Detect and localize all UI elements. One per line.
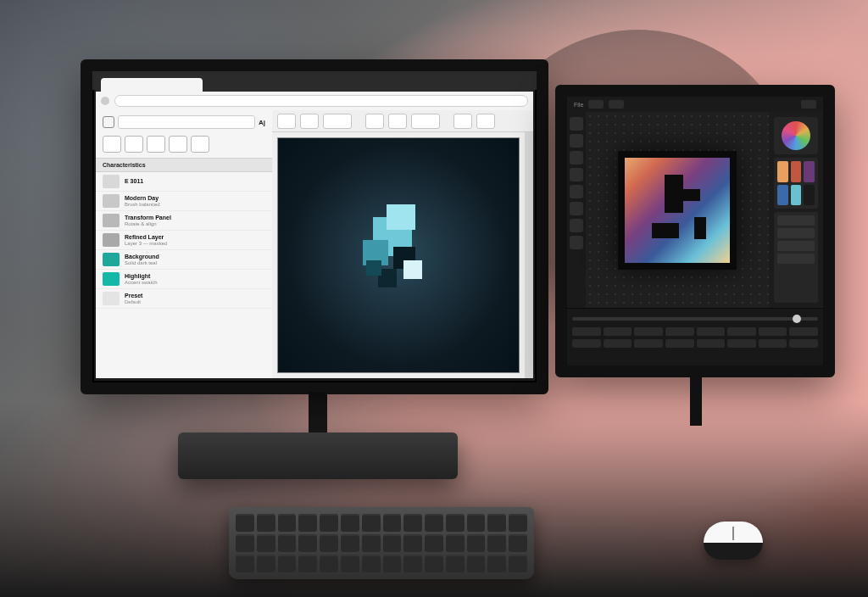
browser-window: Aj Characteristics E 3011 xyxy=(96,75,533,378)
list-item-sub: Solid dark teal xyxy=(125,260,159,266)
list-item-title: Transform Panel xyxy=(125,215,171,221)
canvas[interactable] xyxy=(277,137,520,373)
swatches-panel xyxy=(774,158,818,209)
swatch-icon xyxy=(103,175,120,188)
tool-button[interactable] xyxy=(125,136,143,153)
move-tool-icon[interactable] xyxy=(570,117,583,131)
timeline-cell[interactable] xyxy=(789,339,818,348)
color-wheel-icon xyxy=(782,121,810,150)
swatch-icon xyxy=(103,253,120,266)
timeline-cell[interactable] xyxy=(727,339,756,348)
playhead-slider[interactable] xyxy=(572,317,818,321)
eraser-tool-icon[interactable] xyxy=(570,168,583,181)
monitor-left: Aj Characteristics E 3011 xyxy=(81,59,548,394)
shape-tool-icon[interactable] xyxy=(570,219,583,232)
text-tool-icon[interactable] xyxy=(570,202,583,215)
list-item[interactable]: Refined LayerLayer 3 — masked xyxy=(96,231,272,250)
list-item-sub: Accent swatch xyxy=(125,280,158,286)
window-control-icon[interactable] xyxy=(801,100,816,109)
toolbar-button[interactable] xyxy=(411,114,440,129)
swatch[interactable] xyxy=(804,185,815,206)
brush-tool-icon[interactable] xyxy=(570,151,583,165)
layer-row[interactable] xyxy=(777,254,815,264)
search-icon[interactable] xyxy=(103,116,114,128)
canvas-artwork xyxy=(348,204,449,306)
list-item[interactable]: E 3011 xyxy=(96,172,272,192)
scrollbar[interactable] xyxy=(525,132,533,378)
list-item-sub: Rotate & align xyxy=(125,221,171,227)
toolbar-button[interactable] xyxy=(476,114,495,129)
layers-panel xyxy=(774,212,818,303)
tab-strip xyxy=(96,75,533,92)
list-item-title: Preset xyxy=(125,293,142,299)
monitor-stand xyxy=(670,375,721,426)
timeline-cell[interactable] xyxy=(604,327,632,336)
monitor-right: File xyxy=(555,85,835,377)
url-field[interactable] xyxy=(114,95,528,107)
swatch-icon xyxy=(103,292,120,305)
slider-knob-icon xyxy=(793,315,801,323)
editor-canvas[interactable] xyxy=(586,112,769,308)
timeline-cell[interactable] xyxy=(665,327,694,336)
timeline-row xyxy=(572,339,818,348)
editor-app: File xyxy=(567,97,823,365)
sidebar: Aj Characteristics E 3011 xyxy=(96,110,272,378)
timeline-cell[interactable] xyxy=(572,339,601,348)
menu-item[interactable]: File xyxy=(574,102,583,108)
list-item-sub: Layer 3 — masked xyxy=(125,241,167,247)
fill-tool-icon[interactable] xyxy=(570,185,583,198)
list-item[interactable]: BackgroundSolid dark teal xyxy=(96,250,272,270)
toolbar-button[interactable] xyxy=(277,114,296,129)
swatch[interactable] xyxy=(777,161,788,182)
list-item-title: Modern Day xyxy=(125,195,160,202)
panels-column xyxy=(769,112,823,308)
toolbar-button[interactable] xyxy=(388,114,407,129)
timeline-row xyxy=(572,327,818,336)
list-item[interactable]: HighlightAccent swatch xyxy=(96,270,272,289)
toolbar-button[interactable] xyxy=(365,114,384,129)
swatch[interactable] xyxy=(777,185,788,206)
timeline-cell[interactable] xyxy=(727,327,756,336)
list-item[interactable]: PresetDefault xyxy=(96,289,272,309)
timeline-cell[interactable] xyxy=(697,339,726,348)
toolbar-button[interactable] xyxy=(323,114,352,129)
tool-button[interactable] xyxy=(103,136,121,153)
timeline-cell[interactable] xyxy=(604,339,632,348)
monitor-stand xyxy=(271,392,364,451)
layer-row[interactable] xyxy=(777,241,815,251)
select-tool-icon[interactable] xyxy=(570,134,583,148)
search-label: Aj xyxy=(259,119,265,126)
swatch-icon xyxy=(103,233,120,247)
list-item-title: Highlight xyxy=(125,273,158,280)
list-item-title: Refined Layer xyxy=(125,234,167,241)
tool-button[interactable] xyxy=(169,136,187,153)
search-input[interactable] xyxy=(118,115,255,129)
menu-item[interactable] xyxy=(588,100,604,109)
swatch[interactable] xyxy=(791,185,802,206)
browser-tab[interactable] xyxy=(101,78,203,92)
timeline-cell[interactable] xyxy=(572,327,601,336)
asset-list: E 3011 Modern DayBrush balanced Transfor… xyxy=(96,172,272,309)
timeline-cell[interactable] xyxy=(634,339,663,348)
reload-icon[interactable] xyxy=(101,97,109,105)
eyedropper-tool-icon[interactable] xyxy=(570,236,583,249)
toolbar-button[interactable] xyxy=(300,114,319,129)
layer-row[interactable] xyxy=(777,228,815,238)
layer-row[interactable] xyxy=(777,215,815,226)
timeline-cell[interactable] xyxy=(634,327,663,336)
color-wheel-panel[interactable] xyxy=(774,117,818,154)
list-item[interactable]: Modern DayBrush balanced xyxy=(96,192,272,211)
menu-item[interactable] xyxy=(609,100,624,109)
toolbar-button[interactable] xyxy=(453,114,472,129)
list-item[interactable]: Transform PanelRotate & align xyxy=(96,211,272,231)
timeline-cell[interactable] xyxy=(789,327,818,336)
timeline-cell[interactable] xyxy=(759,339,787,348)
swatch[interactable] xyxy=(804,161,815,182)
editor-artwork xyxy=(618,151,737,270)
tool-button[interactable] xyxy=(191,136,209,153)
tool-button[interactable] xyxy=(147,136,165,153)
timeline-cell[interactable] xyxy=(759,327,787,336)
timeline-cell[interactable] xyxy=(697,327,726,336)
timeline-cell[interactable] xyxy=(665,339,694,348)
swatch[interactable] xyxy=(791,161,802,182)
